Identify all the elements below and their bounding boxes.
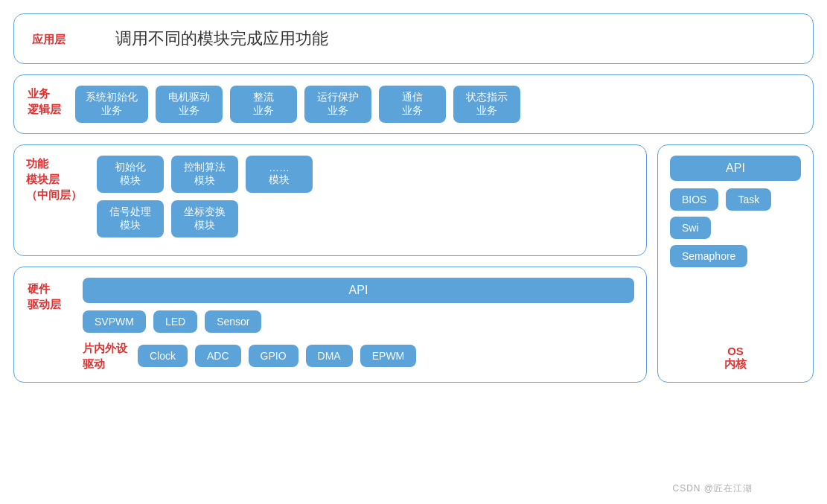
- biz-module-1: 电机驱动业务: [156, 86, 223, 123]
- func-module-signal: 信号处理模块: [97, 200, 164, 237]
- biz-layer: 业务逻辑层 系统初始化业务 电机驱动业务 整流业务 运行保护业务 通信业务 状态…: [13, 74, 814, 134]
- hw-layer-label: 硬件驱动层: [28, 281, 66, 312]
- app-layer: 应用层 调用不同的模块完成应用功能: [13, 13, 814, 64]
- func-module-ctrl: 控制算法模块: [171, 156, 238, 193]
- peripheral-dma: DMA: [306, 345, 353, 367]
- biz-module-5: 状态指示业务: [453, 86, 520, 123]
- peripheral-clock: Clock: [138, 345, 188, 367]
- biz-layer-label-wrap: 业务逻辑层: [26, 86, 68, 117]
- os-row2: Swi: [670, 217, 801, 239]
- hw-svpwm: SVPWM: [83, 310, 146, 333]
- hw-api-bar: API: [83, 278, 634, 303]
- peripheral-epwm: EPWM: [360, 345, 417, 367]
- os-swi: Swi: [670, 217, 711, 239]
- os-task: Task: [726, 188, 771, 211]
- hw-sensor: Sensor: [205, 310, 261, 333]
- func-layer-label-wrap: 功能模块层（中间层）: [26, 156, 82, 202]
- watermark: CSDN @匠在江湖: [672, 482, 753, 495]
- os-row1: BIOS Task: [670, 188, 801, 211]
- peripheral-row-wrap: 片内外设驱动 Clock ADC GPIO DMA EPWM: [83, 340, 634, 371]
- os-label: OS 内核: [670, 345, 801, 371]
- app-layer-title: 调用不同的模块完成应用功能: [115, 28, 328, 50]
- biz-module-2: 整流业务: [230, 86, 297, 123]
- func-module-ellipsis: ……模块: [246, 156, 313, 193]
- os-api-bar: API: [670, 156, 801, 181]
- peripheral-label: 片内外设驱动: [83, 340, 127, 371]
- os-semaphore: Semaphore: [670, 245, 747, 267]
- hw-led: LED: [153, 310, 197, 333]
- func-row1: 初始化模块 控制算法模块 ……模块: [97, 156, 313, 193]
- biz-module-4: 通信业务: [379, 86, 446, 123]
- hw-inner: API SVPWM LED Sensor 片内外设驱动 Clock ADC GP…: [83, 278, 634, 371]
- biz-module-0: 系统初始化业务: [75, 86, 148, 123]
- peripheral-adc: ADC: [195, 345, 241, 367]
- os-row3: Semaphore: [670, 245, 801, 267]
- hw-driver-row: SVPWM LED Sensor: [83, 310, 634, 333]
- func-layer-label: 功能模块层（中间层）: [26, 156, 82, 202]
- func-module-coord: 坐标变换模块: [171, 200, 238, 237]
- peripheral-gpio: GPIO: [249, 345, 298, 367]
- func-modules-container: 初始化模块 控制算法模块 ……模块 信号处理模块 坐标变换模块: [97, 156, 313, 245]
- biz-module-3: 运行保护业务: [304, 86, 371, 123]
- func-module-init: 初始化模块: [97, 156, 164, 193]
- app-layer-label: 应用层: [32, 31, 71, 47]
- peripheral-modules: Clock ADC GPIO DMA EPWM: [138, 345, 416, 367]
- os-panel: API BIOS Task Swi Semaphore OS 内核: [657, 144, 814, 383]
- hw-layer: 硬件驱动层 API SVPWM LED Sensor 片内外设驱动 Clock …: [13, 267, 647, 383]
- hw-layer-label-wrap: 硬件驱动层: [26, 278, 68, 312]
- os-bios: BIOS: [670, 188, 718, 211]
- func-row2: 信号处理模块 坐标变换模块: [97, 200, 313, 237]
- biz-modules: 系统初始化业务 电机驱动业务 整流业务 运行保护业务 通信业务 状态指示业务: [75, 86, 520, 123]
- biz-layer-label: 业务逻辑层: [28, 86, 66, 117]
- func-layer: 功能模块层（中间层） 初始化模块 控制算法模块 ……模块 信号处理模块 坐标变换…: [13, 144, 647, 256]
